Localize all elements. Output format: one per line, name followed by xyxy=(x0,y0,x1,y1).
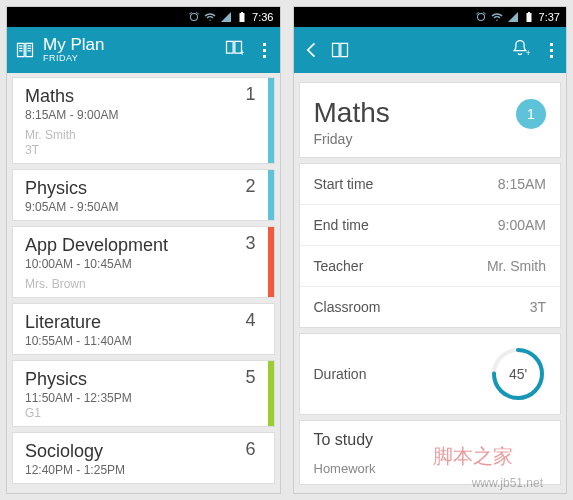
period-number: 6 xyxy=(245,439,255,460)
period-number: 4 xyxy=(245,310,255,331)
row-label: Teacher xyxy=(314,258,364,274)
period-badge: 1 xyxy=(516,99,546,129)
color-stripe xyxy=(268,170,274,220)
schedule-card[interactable]: Maths 8:15AM - 9:00AMMr. Smith3T1 xyxy=(12,77,275,164)
svg-text:+: + xyxy=(239,48,243,58)
detail-content[interactable]: Maths Friday 1 Start time8:15AMEnd time9… xyxy=(294,73,567,493)
class-name: App Development xyxy=(25,235,262,256)
schedule-card[interactable]: Sociology 12:40PM - 1:25PM6 xyxy=(12,432,275,484)
study-item[interactable]: Homework xyxy=(314,457,547,480)
phone-right: 7:37 + Maths Friday 1 Start time8:15AMEn… xyxy=(293,6,568,494)
overflow-menu-button[interactable] xyxy=(544,43,558,58)
battery-icon xyxy=(236,11,248,23)
duration-card: Duration 45' xyxy=(299,333,562,415)
class-time: 9:05AM - 9:50AM xyxy=(25,200,262,214)
row-label: Start time xyxy=(314,176,374,192)
add-reminder-button[interactable]: + xyxy=(510,38,530,62)
svg-text:+: + xyxy=(526,48,530,58)
wifi-icon xyxy=(491,11,503,23)
class-time: 10:55AM - 11:40AM xyxy=(25,334,262,348)
action-bar: My Plan FRIDAY + xyxy=(7,27,280,73)
title-block[interactable]: My Plan FRIDAY xyxy=(43,36,104,65)
row-label: End time xyxy=(314,217,369,233)
status-time: 7:37 xyxy=(539,11,560,23)
row-value: 8:15AM xyxy=(498,176,546,192)
class-teacher: Mr. Smith xyxy=(25,128,262,142)
detail-header: Maths Friday 1 xyxy=(299,82,562,158)
class-room: 3T xyxy=(25,143,262,157)
class-time: 12:40PM - 1:25PM xyxy=(25,463,262,477)
schedule-card[interactable]: Physics 9:05AM - 9:50AM2 xyxy=(12,169,275,221)
class-name: Maths xyxy=(314,97,547,129)
row-value: 3T xyxy=(530,299,546,315)
battery-icon xyxy=(523,11,535,23)
status-bar: 7:36 xyxy=(7,7,280,27)
class-teacher: Mrs. Brown xyxy=(25,277,262,291)
study-card: To study Homework xyxy=(299,420,562,485)
duration-circle: 45' xyxy=(490,346,546,402)
alarm-icon xyxy=(475,11,487,23)
signal-icon xyxy=(220,11,232,23)
action-bar: + xyxy=(294,27,567,73)
detail-row[interactable]: TeacherMr. Smith xyxy=(300,246,561,287)
class-name: Physics xyxy=(25,369,262,390)
duration-label: Duration xyxy=(314,366,367,382)
study-title: To study xyxy=(314,431,547,449)
class-name: Maths xyxy=(25,86,262,107)
schedule-card[interactable]: Literature 10:55AM - 11:40AM4 xyxy=(12,303,275,355)
class-name: Literature xyxy=(25,312,262,333)
period-number: 3 xyxy=(245,233,255,254)
alarm-icon xyxy=(188,11,200,23)
signal-icon xyxy=(507,11,519,23)
class-room: G1 xyxy=(25,406,262,420)
page-subtitle: FRIDAY xyxy=(43,54,104,64)
row-label: Classroom xyxy=(314,299,381,315)
wifi-icon xyxy=(204,11,216,23)
detail-row[interactable]: End time9:00AM xyxy=(300,205,561,246)
period-number: 5 xyxy=(245,367,255,388)
color-stripe xyxy=(268,78,274,163)
status-bar: 7:37 xyxy=(294,7,567,27)
plan-icon[interactable] xyxy=(330,40,350,60)
duration-value: 45' xyxy=(490,346,546,402)
schedule-card[interactable]: Physics 11:50AM - 12:35PMG15 xyxy=(12,360,275,427)
page-title: My Plan xyxy=(43,36,104,55)
phone-left: 7:36 My Plan FRIDAY + Maths 8:15AM - 9:0… xyxy=(6,6,281,494)
row-value: Mr. Smith xyxy=(487,258,546,274)
schedule-card[interactable]: App Development 10:00AM - 10:45AMMrs. Br… xyxy=(12,226,275,298)
back-icon[interactable] xyxy=(302,40,322,60)
period-number: 1 xyxy=(245,84,255,105)
class-time: 11:50AM - 12:35PM xyxy=(25,391,262,405)
class-time: 8:15AM - 9:00AM xyxy=(25,108,262,122)
color-stripe xyxy=(268,227,274,297)
class-time: 10:00AM - 10:45AM xyxy=(25,257,262,271)
book-plus-icon: + xyxy=(224,38,244,58)
class-day: Friday xyxy=(314,131,547,147)
add-plan-button[interactable]: + xyxy=(224,38,244,62)
row-value: 9:00AM xyxy=(498,217,546,233)
detail-row[interactable]: Classroom3T xyxy=(300,287,561,327)
color-stripe xyxy=(268,361,274,426)
schedule-list[interactable]: Maths 8:15AM - 9:00AMMr. Smith3T1Physics… xyxy=(7,73,280,493)
bell-plus-icon: + xyxy=(510,38,530,58)
period-number: 2 xyxy=(245,176,255,197)
detail-rows: Start time8:15AMEnd time9:00AMTeacherMr.… xyxy=(299,163,562,328)
plan-icon[interactable] xyxy=(15,40,35,60)
class-name: Physics xyxy=(25,178,262,199)
detail-row[interactable]: Start time8:15AM xyxy=(300,164,561,205)
status-time: 7:36 xyxy=(252,11,273,23)
class-name: Sociology xyxy=(25,441,262,462)
overflow-menu-button[interactable] xyxy=(258,43,272,58)
